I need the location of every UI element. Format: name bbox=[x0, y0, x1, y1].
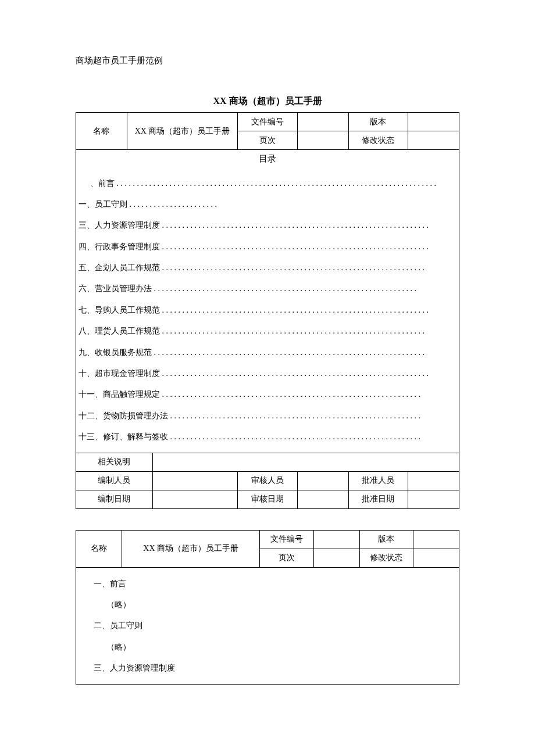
toc-line: 五、企划人员工作规范 . . . . . . . . . . . . . . .… bbox=[79, 257, 456, 278]
author-date-value bbox=[152, 490, 237, 508]
page-value bbox=[297, 131, 348, 150]
toc-line: 十二、货物防损管理办法 . . . . . . . . . . . . . . … bbox=[79, 406, 456, 427]
docno-label: 文件编号 bbox=[238, 113, 298, 131]
name-value-2: XX 商场（超市）员工手册 bbox=[122, 530, 260, 567]
docno-value-2 bbox=[313, 530, 359, 549]
page-value-2 bbox=[313, 549, 359, 567]
toc-line: 九、收银员服务规范 . . . . . . . . . . . . . . . … bbox=[79, 342, 456, 363]
toc-header: 目录 bbox=[76, 150, 459, 169]
second-table: 名称 XX 商场（超市）员工手册 文件编号 版本 页次 修改状态 一、前言（略）… bbox=[76, 530, 459, 685]
toc-line: 四、行政事务管理制度 . . . . . . . . . . . . . . .… bbox=[79, 237, 456, 257]
revstatus-value-2 bbox=[413, 549, 459, 567]
reviewer-value bbox=[297, 471, 348, 490]
content-line: （略） bbox=[94, 637, 456, 658]
table-gap bbox=[76, 509, 459, 530]
toc-line: 八、理货人员工作规范 . . . . . . . . . . . . . . .… bbox=[79, 321, 456, 342]
page-label: 页次 bbox=[238, 131, 298, 150]
content-body: 一、前言（略）二、员工守则（略）三、人力资源管理制度 bbox=[76, 567, 459, 684]
toc-line: 六、营业员管理办法 . . . . . . . . . . . . . . . … bbox=[79, 278, 456, 299]
approver-label: 批准人员 bbox=[348, 471, 408, 490]
name-label: 名称 bbox=[76, 113, 127, 150]
version-label-2: 版本 bbox=[359, 530, 413, 549]
content-line: 一、前言 bbox=[94, 574, 456, 594]
author-value bbox=[152, 471, 237, 490]
main-table: 名称 XX 商场（超市）员工手册 文件编号 版本 页次 修改状态 目录 、前言 … bbox=[76, 112, 459, 509]
version-value-2 bbox=[413, 530, 459, 549]
approve-date-value bbox=[408, 490, 459, 508]
approver-value bbox=[408, 471, 459, 490]
revstatus-label-2: 修改状态 bbox=[359, 549, 413, 567]
revstatus-label: 修改状态 bbox=[348, 131, 408, 150]
reviewer-label: 审核人员 bbox=[238, 471, 298, 490]
relnote-value bbox=[152, 453, 459, 471]
toc-line: 、前言 . . . . . . . . . . . . . . . . . . … bbox=[79, 173, 456, 194]
content-line: （略） bbox=[94, 594, 456, 615]
toc-line: 七、导购人员工作规范 . . . . . . . . . . . . . . .… bbox=[79, 300, 456, 321]
page-label-2: 页次 bbox=[260, 549, 313, 567]
toc-line: 十、超市现金管理制度 . . . . . . . . . . . . . . .… bbox=[79, 363, 456, 384]
content-line: 二、员工守则 bbox=[94, 615, 456, 636]
revstatus-value bbox=[408, 131, 459, 150]
toc-body: 、前言 . . . . . . . . . . . . . . . . . . … bbox=[76, 169, 459, 453]
approve-date-label: 批准日期 bbox=[348, 490, 408, 508]
name-label-2: 名称 bbox=[76, 530, 122, 567]
review-date-value bbox=[297, 490, 348, 508]
docno-label-2: 文件编号 bbox=[260, 530, 313, 549]
toc-line: 十三、修订、解释与签收 . . . . . . . . . . . . . . … bbox=[79, 427, 456, 447]
version-value bbox=[408, 113, 459, 131]
review-date-label: 审核日期 bbox=[238, 490, 298, 508]
toc-line: 一、员工守则 . . . . . . . . . . . . . . . . .… bbox=[79, 194, 456, 215]
toc-line: 十一、商品触管理规定 . . . . . . . . . . . . . . .… bbox=[79, 384, 456, 405]
name-value: XX 商场（超市）员工手册 bbox=[127, 113, 237, 150]
relnote-label: 相关说明 bbox=[76, 453, 153, 471]
content-line: 三、人力资源管理制度 bbox=[94, 658, 456, 679]
author-date-label: 编制日期 bbox=[76, 490, 153, 508]
version-label: 版本 bbox=[348, 113, 408, 131]
doc-title: XX 商场（超市）员工手册 bbox=[76, 95, 459, 108]
docno-value bbox=[297, 113, 348, 131]
author-label: 编制人员 bbox=[76, 471, 153, 490]
doc-subtitle: 商场超市员工手册范例 bbox=[76, 55, 459, 66]
toc-line: 三、人力资源管理制度 . . . . . . . . . . . . . . .… bbox=[79, 215, 456, 236]
